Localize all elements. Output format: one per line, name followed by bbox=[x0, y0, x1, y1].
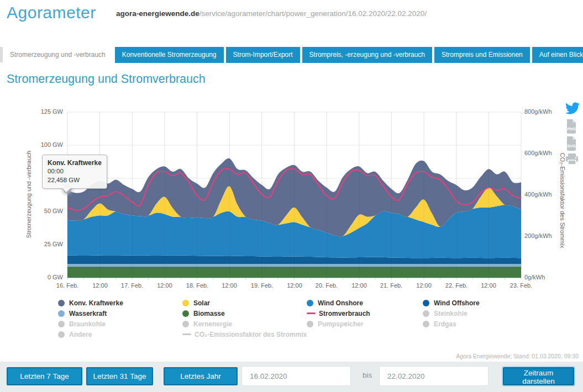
legend-circle-swatch bbox=[423, 310, 429, 317]
x-axis-tick-label: 12:00 bbox=[407, 282, 441, 289]
legend-label: Wind Offshore bbox=[434, 299, 480, 307]
legend-item-wind-offshore[interactable]: Wind Offshore bbox=[423, 298, 480, 308]
download-png-icon[interactable]: PNG bbox=[565, 119, 577, 136]
legend-label: Biomasse bbox=[193, 310, 225, 317]
legend-item-pumpspeicher[interactable]: Pumpspeicher bbox=[307, 319, 370, 329]
show-period-button[interactable]: Zeitraum darstellen bbox=[503, 367, 574, 385]
legend-circle-swatch bbox=[58, 321, 65, 327]
legend-label: CO₂-Emissionsfaktor des Strommix bbox=[195, 331, 307, 338]
last-7-days-button[interactable]: Letzten 7 Tage bbox=[7, 367, 82, 385]
legend-circle-swatch bbox=[182, 300, 189, 306]
y-axis-right-tick: 600g/kWh bbox=[524, 150, 552, 156]
tab-auf-einen-blick[interactable]: Auf einen Blick bbox=[532, 47, 583, 63]
area-wind-offshore[interactable] bbox=[67, 255, 521, 264]
legend-circle-swatch bbox=[58, 300, 65, 306]
legend-item-erdgas[interactable]: Erdgas bbox=[423, 319, 480, 329]
y-axis-right-tick: 400g/kWh bbox=[524, 191, 552, 198]
area-konv-kraftwerke[interactable] bbox=[67, 158, 521, 237]
legend-item-konv-kraftwerke[interactable]: Konv. Kraftwerke bbox=[58, 298, 123, 308]
legend-item-solar[interactable]: Solar bbox=[182, 298, 307, 308]
legend-circle-swatch bbox=[307, 321, 313, 327]
legend-label: Solar bbox=[193, 299, 210, 307]
legend-circle-swatch bbox=[182, 310, 189, 317]
legend-circle-swatch bbox=[307, 300, 313, 306]
legend-label: Wind Onshore bbox=[318, 299, 363, 307]
bis-label: bis bbox=[363, 371, 372, 379]
area-solar[interactable] bbox=[67, 186, 521, 236]
x-axis-tick-label: 18. Feb. bbox=[180, 282, 214, 289]
png-label: PNG bbox=[567, 127, 576, 131]
last-year-button[interactable]: Letztes Jahr bbox=[164, 367, 238, 385]
legend-circle-swatch bbox=[423, 300, 429, 306]
x-axis-tick-label: 20. Feb. bbox=[309, 282, 344, 289]
bottom-control-bar: Letzten 7 Tage Letzten 31 Tage Letztes J… bbox=[0, 362, 583, 392]
download-svg-icon[interactable]: SVG bbox=[565, 136, 577, 153]
legend-item-braunkohle[interactable]: Braunkohle bbox=[58, 319, 123, 329]
legend-circle-swatch bbox=[58, 331, 65, 338]
legend-line-swatch bbox=[307, 312, 316, 314]
legend-label: Stromverbrauch bbox=[319, 310, 370, 317]
tab-strom-import-export[interactable]: Strom-Import/Export bbox=[226, 47, 300, 63]
y-axis-left-title: Stromerzeugung und -verbrauch bbox=[25, 134, 32, 255]
area-biomasse[interactable] bbox=[67, 267, 521, 278]
x-axis-tick-label: 12:00 bbox=[212, 282, 246, 289]
breadcrumb-path: /service/agorameter/chart/power_generati… bbox=[199, 9, 427, 18]
legend-label: Kernenergie bbox=[193, 320, 232, 328]
breadcrumb-domain: agora-energiewende.de bbox=[116, 9, 199, 18]
tooltip-value: 22,458 GW bbox=[48, 176, 102, 185]
tab-strompreis-und-emissionen[interactable]: Strompreis und Emissionen bbox=[434, 47, 530, 63]
page-title: Stromerzeugung und Stromverbrauch bbox=[7, 72, 206, 86]
tab-strompreis-erzeugung-und-verbrauch[interactable]: Strompreis, -erzeugung und -verbrauch bbox=[302, 47, 432, 63]
legend-label: Wasserkraft bbox=[69, 310, 107, 317]
tab-bar: Stromerzeugung und -verbrauchKonventione… bbox=[3, 47, 583, 63]
y-axis-right-tick: 0g/kWh bbox=[524, 274, 545, 280]
legend-item-steinkohle[interactable]: Steinkohle bbox=[423, 308, 480, 319]
legend-item-wasserkraft[interactable]: Wasserkraft bbox=[58, 308, 123, 319]
x-axis-tick-label: 19. Feb. bbox=[245, 282, 279, 289]
y-axis-right-tick: 800g/kWh bbox=[524, 108, 552, 115]
legend-label: Braunkohle bbox=[69, 320, 106, 328]
legend-label: Pumpspeicher bbox=[318, 320, 364, 328]
svg-label: SVG bbox=[568, 144, 576, 148]
tab-konventionelle-stromerzeugung[interactable]: Konventionelle Stromerzeugung bbox=[115, 47, 224, 63]
legend-item-stromverbrauch[interactable]: Stromverbrauch bbox=[307, 308, 370, 319]
x-axis-tick-label: 12:00 bbox=[471, 282, 506, 289]
date-from-input[interactable] bbox=[241, 366, 351, 386]
legend-label: Andere bbox=[69, 331, 92, 338]
legend-circle-swatch bbox=[182, 321, 189, 327]
tab-stromerzeugung-und-verbrauch[interactable]: Stromerzeugung und -verbrauch bbox=[3, 47, 113, 63]
source-note: Agora Energiewende; Stand: 01.03.2020, 0… bbox=[456, 353, 579, 359]
y-axis-left-tick: 125 GW bbox=[24, 108, 63, 115]
legend-label: Konv. Kraftwerke bbox=[69, 299, 123, 307]
legend-circle-swatch bbox=[423, 321, 429, 327]
x-axis-tick-label: 12:00 bbox=[277, 282, 312, 289]
date-to-input[interactable] bbox=[379, 366, 489, 386]
x-axis-tick-label: 23. Feb. bbox=[504, 282, 538, 289]
legend-item-andere[interactable]: Andere bbox=[58, 329, 123, 340]
y-axis-left-tick: 0 GW bbox=[24, 274, 63, 280]
last-31-days-button[interactable]: Letzten 31 Tage bbox=[86, 367, 153, 385]
area-wind-onshore[interactable] bbox=[67, 205, 521, 258]
tooltip-series-name: Konv. Kraftwerke bbox=[48, 158, 102, 167]
area-wasserkraft[interactable] bbox=[67, 264, 521, 267]
twitter-share-icon[interactable] bbox=[565, 102, 580, 116]
legend-item-biomasse[interactable]: Biomasse bbox=[182, 308, 307, 319]
breadcrumb: agora-energiewende.de/service/agorameter… bbox=[116, 9, 427, 18]
chart-tooltip: Konv. Kraftwerke 00:00 22,458 GW bbox=[42, 155, 107, 189]
x-axis-tick-label: 21. Feb. bbox=[374, 282, 408, 289]
legend-item-co-emissionsfaktor-des-strommix[interactable]: CO₂-Emissionsfaktor des Strommix bbox=[182, 329, 307, 340]
legend-line-swatch bbox=[182, 333, 191, 335]
legend-circle-swatch bbox=[58, 310, 65, 317]
site-logo[interactable]: Agorameter bbox=[7, 3, 96, 22]
legend-label: Steinkohle bbox=[434, 310, 468, 317]
legend-item-kernenergie[interactable]: Kernenergie bbox=[182, 319, 307, 329]
print-icon[interactable] bbox=[565, 153, 579, 167]
x-axis-tick-label: 17. Feb. bbox=[115, 282, 149, 289]
x-axis-tick-label: 16. Feb. bbox=[50, 282, 85, 289]
legend-item-wind-onshore[interactable]: Wind Onshore bbox=[307, 298, 370, 308]
x-axis-tick-label: 22. Feb. bbox=[439, 282, 474, 289]
legend-label: Erdgas bbox=[434, 320, 456, 328]
tooltip-time: 00:00 bbox=[48, 167, 102, 176]
line-stromverbrauch[interactable] bbox=[67, 168, 521, 210]
x-axis-tick-label: 12:00 bbox=[342, 282, 376, 289]
